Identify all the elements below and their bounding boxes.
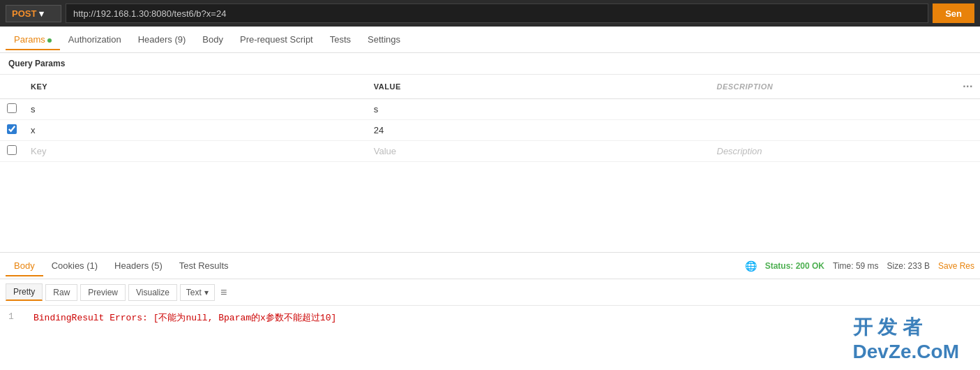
- row2-value[interactable]: 24: [367, 120, 710, 141]
- method-label: POST: [12, 8, 36, 19]
- col-description: DESCRIPTION: [710, 75, 953, 99]
- status-ok: Status: 200 OK: [765, 261, 824, 271]
- dots-menu-icon[interactable]: ···: [963, 80, 973, 92]
- query-params-label: Query Params: [0, 53, 980, 75]
- col-checkbox: [0, 75, 24, 99]
- format-preview-btn[interactable]: Preview: [80, 284, 126, 301]
- row1-key[interactable]: s: [24, 99, 367, 120]
- format-raw-btn[interactable]: Raw: [45, 284, 77, 301]
- response-size: Size: 233 B: [887, 261, 930, 271]
- col-dots: ···: [952, 75, 980, 99]
- row2-key[interactable]: x: [24, 120, 367, 141]
- format-chevron-icon: ▾: [204, 288, 209, 297]
- row2-checkbox-cell: [0, 120, 24, 141]
- tab-headers[interactable]: Headers (9): [130, 29, 195, 50]
- table-row: s s: [0, 99, 980, 120]
- format-pretty-btn[interactable]: Pretty: [6, 283, 43, 301]
- empty-actions: [952, 141, 980, 162]
- row1-checkbox-cell: [0, 99, 24, 120]
- response-body: 1 BindingResult Errors: [不能为null, Bparam…: [0, 306, 980, 330]
- wrap-icon[interactable]: ≡: [220, 286, 227, 299]
- tab-prerequest[interactable]: Pre-request Script: [232, 29, 322, 50]
- tab-params[interactable]: Params: [6, 29, 60, 50]
- tab-test-results[interactable]: Test Results: [171, 255, 237, 276]
- method-select[interactable]: POST ▾: [6, 5, 61, 22]
- table-row-empty: Key Value Description: [0, 141, 980, 162]
- response-time: Time: 59 ms: [833, 261, 879, 271]
- row1-value[interactable]: s: [367, 99, 710, 120]
- response-tabs-row: Body Cookies (1) Headers (5) Test Result…: [0, 253, 980, 279]
- top-bar: POST ▾ Sen: [0, 0, 980, 27]
- save-response-link[interactable]: Save Res: [938, 261, 974, 271]
- empty-key[interactable]: Key: [24, 141, 367, 162]
- request-tabs-row: Params Authorization Headers (9) Body Pr…: [0, 27, 980, 53]
- row2-checkbox[interactable]: [7, 124, 17, 134]
- col-key: KEY: [24, 75, 367, 99]
- format-type-select[interactable]: Text ▾: [180, 284, 215, 301]
- tab-cookies[interactable]: Cookies (1): [43, 255, 106, 276]
- globe-icon: 🌐: [745, 260, 757, 272]
- middle-empty-area: [0, 162, 980, 253]
- send-button[interactable]: Sen: [933, 3, 974, 23]
- method-chevron-icon: ▾: [39, 8, 44, 19]
- row1-description[interactable]: [710, 99, 953, 120]
- url-input[interactable]: [66, 3, 928, 23]
- tab-settings[interactable]: Settings: [359, 29, 409, 50]
- tab-response-headers[interactable]: Headers (5): [106, 255, 171, 276]
- empty-description[interactable]: Description: [710, 141, 953, 162]
- empty-checkbox[interactable]: [7, 145, 17, 155]
- row1-actions: [952, 99, 980, 120]
- params-dot: [47, 38, 52, 43]
- table-row: x 24: [0, 120, 980, 141]
- tab-body[interactable]: Body: [194, 29, 232, 50]
- tab-authorization[interactable]: Authorization: [60, 29, 130, 50]
- format-bar: Pretty Raw Preview Visualize Text ▾ ≡: [0, 279, 980, 306]
- row2-description[interactable]: [710, 120, 953, 141]
- row1-checkbox[interactable]: [7, 103, 17, 113]
- tab-tests[interactable]: Tests: [322, 29, 359, 50]
- empty-checkbox-cell: [0, 141, 24, 162]
- empty-value[interactable]: Value: [367, 141, 710, 162]
- response-text: BindingResult Errors: [不能为null, Bparam的x…: [33, 311, 336, 324]
- format-visualize-btn[interactable]: Visualize: [128, 284, 177, 301]
- status-bar: 🌐 Status: 200 OK Time: 59 ms Size: 233 B…: [745, 260, 974, 272]
- tab-response-body[interactable]: Body: [6, 255, 43, 276]
- params-table: KEY VALUE DESCRIPTION ··· s s: [0, 75, 980, 162]
- line-number: 1: [8, 311, 22, 324]
- col-value: VALUE: [367, 75, 710, 99]
- row2-actions: [952, 120, 980, 141]
